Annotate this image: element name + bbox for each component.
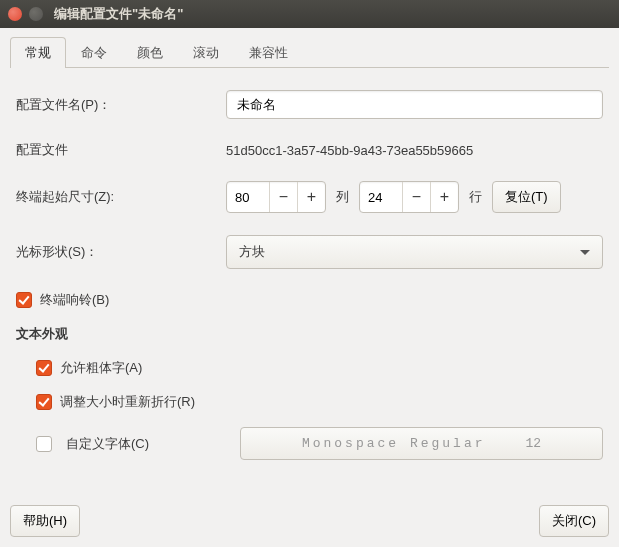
tab-compat[interactable]: 兼容性 — [234, 37, 303, 68]
text-appearance-title: 文本外观 — [16, 325, 603, 343]
columns-input[interactable] — [227, 190, 269, 205]
window-title: 编辑配置文件"未命名" — [54, 5, 183, 23]
custom-font-checkbox[interactable] — [36, 436, 52, 452]
tab-command[interactable]: 命令 — [66, 37, 122, 68]
rows-decrement[interactable]: − — [402, 182, 430, 212]
rewrap-label: 调整大小时重新折行(R) — [60, 393, 195, 411]
terminal-bell-label: 终端响铃(B) — [40, 291, 109, 309]
columns-label: 列 — [336, 188, 349, 206]
tab-scrolling[interactable]: 滚动 — [178, 37, 234, 68]
profile-id-value: 51d50cc1-3a57-45bb-9a43-73ea55b59665 — [226, 143, 473, 158]
font-chooser-button[interactable]: Monospace Regular 12 — [240, 427, 603, 460]
window-minimize-button[interactable] — [29, 7, 43, 21]
columns-increment[interactable]: + — [297, 182, 325, 212]
font-size: 12 — [526, 436, 542, 451]
general-panel: 配置文件名(P)： 配置文件 51d50cc1-3a57-45bb-9a43-7… — [10, 68, 609, 480]
tab-bar: 常规 命令 颜色 滚动 兼容性 — [10, 36, 609, 68]
initial-size-label: 终端起始尺寸(Z): — [16, 188, 226, 206]
window-close-button[interactable] — [8, 7, 22, 21]
tab-colors[interactable]: 颜色 — [122, 37, 178, 68]
reset-size-button[interactable]: 复位(T) — [492, 181, 561, 213]
profile-id-label: 配置文件 — [16, 141, 226, 159]
cursor-shape-label: 光标形状(S)： — [16, 243, 226, 261]
rows-label: 行 — [469, 188, 482, 206]
cursor-shape-value: 方块 — [239, 243, 265, 261]
allow-bold-label: 允许粗体字(A) — [60, 359, 142, 377]
rows-input[interactable] — [360, 190, 402, 205]
allow-bold-checkbox[interactable] — [36, 360, 52, 376]
help-button[interactable]: 帮助(H) — [10, 505, 80, 537]
columns-spin: − + — [226, 181, 326, 213]
rows-spin: − + — [359, 181, 459, 213]
content-area: 常规 命令 颜色 滚动 兼容性 配置文件名(P)： 配置文件 51d50cc1-… — [0, 28, 619, 490]
font-name: Monospace Regular — [302, 436, 486, 451]
dialog-footer: 帮助(H) 关闭(C) — [10, 505, 609, 537]
close-button[interactable]: 关闭(C) — [539, 505, 609, 537]
terminal-bell-checkbox[interactable] — [16, 292, 32, 308]
titlebar: 编辑配置文件"未命名" — [0, 0, 619, 28]
rewrap-checkbox[interactable] — [36, 394, 52, 410]
rows-increment[interactable]: + — [430, 182, 458, 212]
custom-font-label: 自定义字体(C) — [66, 435, 226, 453]
columns-decrement[interactable]: − — [269, 182, 297, 212]
tab-general[interactable]: 常规 — [10, 37, 66, 68]
cursor-shape-select[interactable]: 方块 — [226, 235, 603, 269]
chevron-down-icon — [580, 250, 590, 255]
profile-name-label: 配置文件名(P)： — [16, 96, 226, 114]
profile-name-input[interactable] — [226, 90, 603, 119]
